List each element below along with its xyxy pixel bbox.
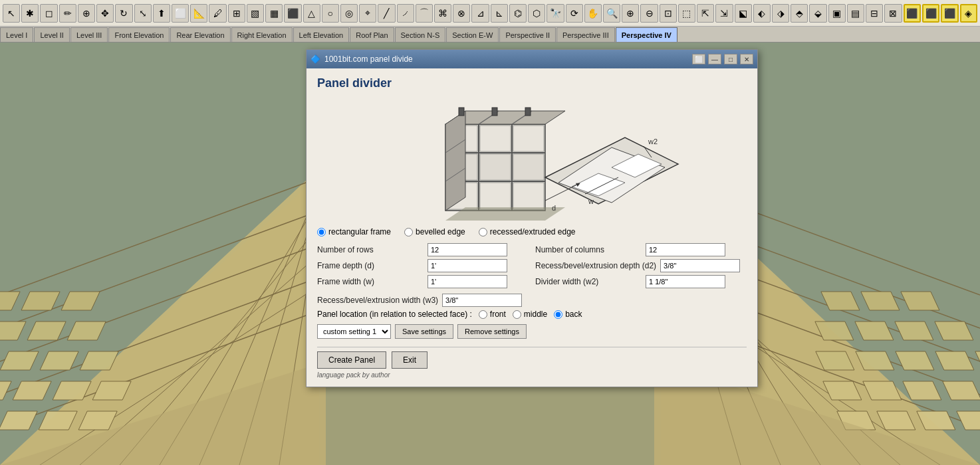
tool-btn-highlighted[interactable]: ⬛: [904, 4, 921, 23]
svg-marker-101: [445, 111, 465, 211]
tool-btn-7[interactable]: ↻: [115, 4, 132, 23]
tool-btn-27[interactable]: ⊾: [491, 4, 508, 23]
tool-btn-40[interactable]: ⬕: [735, 4, 752, 23]
recess-bevel-row: Recess/bevel/extrusion depth (d2): [535, 259, 747, 272]
create-panel-btn[interactable]: Create Panel: [317, 351, 386, 369]
radio-bevelled-input[interactable]: [404, 228, 413, 236]
location-front[interactable]: front: [479, 310, 506, 319]
tab-rear-elevation[interactable]: Rear Elevation: [170, 27, 230, 42]
tool-btn-19[interactable]: ◎: [340, 4, 358, 23]
dialog-close-btn[interactable]: ✕: [740, 54, 753, 64]
tool-btn-14[interactable]: ▧: [247, 4, 264, 23]
tab-roof-plan[interactable]: Roof Plan: [350, 27, 394, 42]
tool-btn-2[interactable]: ✱: [21, 4, 39, 23]
tab-perspective-iv[interactable]: Perspective IV: [616, 27, 677, 42]
tool-btn-48[interactable]: ⊠: [884, 4, 902, 23]
radio-bevelled[interactable]: bevelled edge: [404, 227, 465, 236]
dialog-app-icon: 🔷: [310, 54, 320, 64]
tool-btn-43[interactable]: ⬘: [791, 4, 808, 23]
tab-level-ii[interactable]: Level II: [34, 27, 69, 42]
tool-btn-6[interactable]: ✥: [96, 4, 114, 23]
num-rows-input[interactable]: [428, 243, 507, 256]
tool-btn-32[interactable]: ✋: [584, 4, 602, 23]
tool-btn-18[interactable]: ○: [322, 4, 339, 23]
exit-btn[interactable]: Exit: [392, 351, 428, 369]
tab-section-ew[interactable]: Section E-W: [446, 27, 499, 42]
tool-btn-37[interactable]: ⬚: [678, 4, 695, 23]
tab-right-elevation[interactable]: Right Elevation: [231, 27, 293, 42]
radio-rectangular[interactable]: rectangular frame: [317, 227, 391, 236]
tool-btn-13[interactable]: ⊞: [228, 4, 245, 23]
tool-btn-9[interactable]: ⬆: [153, 4, 170, 23]
tool-btn-25[interactable]: ⊗: [453, 4, 470, 23]
tool-btn-36[interactable]: ⊡: [660, 4, 677, 23]
tool-btn-21[interactable]: ╱: [378, 4, 395, 23]
tool-btn-8[interactable]: ⤡: [134, 4, 152, 23]
tool-btn-15[interactable]: ▦: [265, 4, 283, 23]
tool-btn-22[interactable]: ⟋: [397, 4, 414, 23]
tool-btn-24[interactable]: ⌘: [434, 4, 451, 23]
tool-btn-23[interactable]: ⌒: [416, 4, 433, 23]
tool-btn-4[interactable]: ✏: [59, 4, 76, 23]
svg-text:w: w: [588, 197, 594, 205]
remove-settings-btn[interactable]: Remove settings: [457, 324, 527, 339]
tool-btn-5[interactable]: ⊕: [78, 4, 95, 23]
tab-level-iii[interactable]: Level III: [70, 27, 108, 42]
location-front-input[interactable]: [479, 310, 487, 319]
tool-btn-highlighted-2[interactable]: ⬛: [922, 4, 939, 23]
tab-left-elevation[interactable]: Left Elevation: [293, 27, 350, 42]
tool-btn-29[interactable]: ⬡: [528, 4, 545, 23]
tool-btn-38[interactable]: ⇱: [697, 4, 714, 23]
save-settings-btn[interactable]: Save settings: [395, 324, 453, 339]
select-tool-btn[interactable]: ↖: [3, 4, 20, 23]
tool-btn-highlighted-4[interactable]: ◈: [960, 4, 977, 23]
dialog-titlebar: 🔷 1001bit.com panel divide ⬜ — □ ✕: [306, 50, 757, 68]
tool-btn-10[interactable]: ⬜: [172, 4, 189, 23]
divider-width-input[interactable]: [646, 275, 725, 288]
radio-rectangular-input[interactable]: [317, 228, 326, 236]
tool-btn-42[interactable]: ⬗: [772, 4, 789, 23]
location-middle-input[interactable]: [513, 310, 521, 319]
recess-bevel-input[interactable]: [660, 259, 740, 272]
tool-btn-31[interactable]: ⟳: [566, 4, 583, 23]
recess-width-input[interactable]: [442, 294, 522, 307]
tab-section-ns[interactable]: Section N-S: [395, 27, 446, 42]
tool-btn-26[interactable]: ⊿: [471, 4, 489, 23]
num-cols-input[interactable]: [646, 243, 725, 256]
tool-btn-highlighted-3[interactable]: ⬛: [941, 4, 958, 23]
tab-perspective-ii[interactable]: Perspective II: [499, 27, 556, 42]
tool-btn-12[interactable]: 🖊: [209, 4, 226, 23]
tool-btn-11[interactable]: 📐: [190, 4, 207, 23]
svg-rect-96: [480, 183, 511, 209]
tool-btn-33[interactable]: 🔍: [603, 4, 620, 23]
location-back-input[interactable]: [554, 310, 562, 319]
tool-btn-34[interactable]: ⊕: [622, 4, 639, 23]
tool-btn-39[interactable]: ⇲: [715, 4, 733, 23]
tab-perspective-iii[interactable]: Perspective III: [556, 27, 615, 42]
tool-btn-30[interactable]: 🔭: [547, 4, 564, 23]
frame-width-input[interactable]: [428, 275, 507, 288]
tool-btn-17[interactable]: △: [303, 4, 320, 23]
location-back[interactable]: back: [554, 310, 582, 319]
custom-setting-select[interactable]: custom setting 1: [317, 324, 391, 339]
tool-btn-16[interactable]: ⬛: [284, 4, 301, 23]
radio-recessed-input[interactable]: [479, 228, 487, 236]
dialog-maximize-btn[interactable]: □: [724, 54, 737, 64]
dialog-minimize-btn[interactable]: —: [708, 54, 721, 64]
tool-btn-46[interactable]: ▤: [847, 4, 864, 23]
dialog-restore-btn[interactable]: ⬜: [692, 54, 705, 64]
tab-level-i[interactable]: Level I: [0, 27, 33, 42]
frame-depth-input[interactable]: [428, 259, 507, 272]
tool-btn-20[interactable]: ⌖: [359, 4, 376, 23]
tab-front-elevation[interactable]: Front Elevation: [108, 27, 170, 42]
tool-btn-28[interactable]: ⌬: [509, 4, 527, 23]
tool-btn-35[interactable]: ⊖: [640, 4, 658, 23]
tool-btn-45[interactable]: ▣: [828, 4, 846, 23]
tool-btn-3[interactable]: ◻: [40, 4, 57, 23]
tool-btn-47[interactable]: ⊟: [866, 4, 883, 23]
location-middle[interactable]: middle: [513, 310, 547, 319]
tool-btn-41[interactable]: ⬖: [753, 4, 771, 23]
tool-btn-44[interactable]: ⬙: [809, 4, 826, 23]
panel-location-row: Panel location (in relation to selected …: [317, 310, 747, 319]
radio-recessed[interactable]: recessed/extruded edge: [479, 227, 576, 236]
